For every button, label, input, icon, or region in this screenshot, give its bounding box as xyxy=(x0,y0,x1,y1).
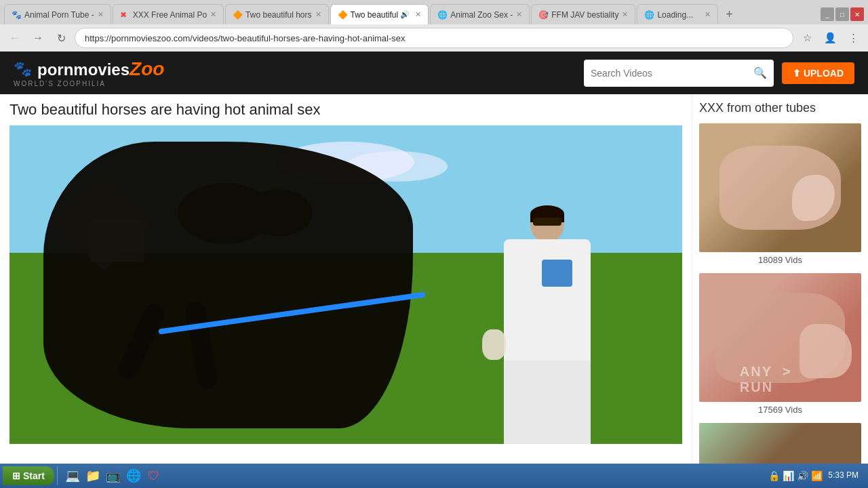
maximize-button[interactable]: □ xyxy=(835,7,849,21)
menu-icon[interactable]: ⋮ xyxy=(844,28,863,47)
tab-label-7: Loading... xyxy=(657,10,693,20)
thumb-content-1 xyxy=(719,146,841,230)
start-button[interactable]: ⊞ Start xyxy=(3,466,54,485)
search-area: 🔍 ⬆ UPLOAD xyxy=(584,60,854,87)
new-tab-button[interactable]: + xyxy=(719,5,738,24)
bookmark-icon[interactable]: ☆ xyxy=(797,28,816,47)
taskbar: ⊞ Start 💻 📁 📺 🌐 🛡 🔒 📊 🔊 📶 5:33 PM xyxy=(0,464,868,488)
close-button[interactable]: ✕ xyxy=(850,7,864,21)
account-icon[interactable]: 👤 xyxy=(821,28,840,47)
vid-count-2: 17569 Vids xyxy=(699,405,861,415)
person-pants xyxy=(504,361,591,444)
tab-sound-icon: 🔊 xyxy=(400,10,410,19)
search-input[interactable] xyxy=(591,68,753,79)
taskbar-quick-launch: 💻 📁 📺 🌐 🛡 xyxy=(63,466,163,485)
site-header: 🐾 pornmoviesZoo WORLD'S ZOOPHILIA 🔍 ⬆ UP… xyxy=(0,52,868,94)
taskbar-sys-tray: 🔒 📊 🔊 📶 5:33 PM xyxy=(764,470,865,481)
person-glasses xyxy=(533,218,561,226)
tab-label-2: XXX Free Animal Po xyxy=(133,10,207,20)
logo-text: pornmoviesZoo xyxy=(37,58,164,80)
sidebar: XXX from other tubes 18089 Vids xyxy=(692,94,868,466)
logo-tagline: WORLD'S ZOOPHILIA xyxy=(14,80,164,87)
forward-button[interactable]: → xyxy=(28,28,47,47)
logo-brand: pornmovies xyxy=(37,60,130,79)
tab-favicon-5: 🌐 xyxy=(437,10,447,20)
tab-close-4[interactable]: ✕ xyxy=(412,10,421,19)
sys-tray-icon-2[interactable]: 📊 xyxy=(783,470,794,481)
shirt-patch xyxy=(542,260,572,287)
tab-favicon-3: 🔶 xyxy=(233,10,242,20)
tab-two-beautiful-active[interactable]: 🔶 Two beautiful 🔊 ✕ xyxy=(330,4,429,24)
window-controls: _ □ ✕ xyxy=(821,7,864,21)
tab-animal-porn[interactable]: 🐾 Animal Porn Tube - ✕ xyxy=(4,4,111,24)
taskbar-clock[interactable]: 5:33 PM xyxy=(825,470,861,481)
tab-favicon-6: 🎯 xyxy=(538,10,548,20)
tab-favicon-2: ✖ xyxy=(120,10,130,20)
person-shirt xyxy=(504,239,591,371)
tab-loading[interactable]: 🌐 Loading... ✕ xyxy=(637,4,718,24)
tab-close-2[interactable]: ✕ xyxy=(207,10,216,19)
logo-accent: Zoo xyxy=(130,58,164,79)
logo-row: 🐾 pornmoviesZoo xyxy=(14,58,164,80)
sidebar-thumb-2[interactable]: ANY > RUN xyxy=(699,273,861,402)
tab-close-1[interactable]: ✕ xyxy=(94,10,104,19)
logo: 🐾 pornmoviesZoo WORLD'S ZOOPHILIA xyxy=(14,58,164,87)
sidebar-title: XXX from other tubes xyxy=(699,101,861,115)
tab-xxx-free[interactable]: ✖ XXX Free Animal Po ✕ xyxy=(113,4,224,24)
tab-ffm-jav[interactable]: 🎯 FFM JAV bestiality ✕ xyxy=(531,4,635,24)
tab-animal-zoo[interactable]: 🌐 Animal Zoo Sex - ✕ xyxy=(430,4,530,24)
anyrun-watermark: ANY > RUN xyxy=(740,364,821,395)
start-windows-icon: ⊞ xyxy=(12,470,20,481)
video-section: Two beautiful horses are having hot anim… xyxy=(0,94,692,466)
main-content: Two beautiful horses are having hot anim… xyxy=(0,94,868,466)
site-wrapper: 🐾 pornmoviesZoo WORLD'S ZOOPHILIA 🔍 ⬆ UP… xyxy=(0,52,868,466)
paw-icon: 🐾 xyxy=(14,60,32,78)
tab-bar: 🐾 Animal Porn Tube - ✕ ✖ XXX Free Animal… xyxy=(0,0,868,24)
start-label: Start xyxy=(23,470,45,481)
tab-label-3: Two beautiful hors xyxy=(245,10,311,20)
tab-two-beautiful-1[interactable]: 🔶 Two beautiful hors ✕ xyxy=(225,4,328,24)
sys-tray-icon-4[interactable]: 📶 xyxy=(811,470,823,481)
sys-tray-icon-1[interactable]: 🔒 xyxy=(768,470,780,481)
person-figure xyxy=(493,205,601,445)
upload-button[interactable]: ⬆ UPLOAD xyxy=(782,62,854,84)
tab-favicon-4: 🔶 xyxy=(338,10,347,20)
tab-label-4: Two beautiful xyxy=(351,10,399,20)
thumb-hand-1 xyxy=(792,175,835,221)
search-button[interactable]: 🔍 xyxy=(753,66,767,79)
browser-window: 🐾 Animal Porn Tube - ✕ ✖ XXX Free Animal… xyxy=(0,0,868,466)
url-text: https://pornmovieszoo.com/videos/two-bea… xyxy=(85,33,406,43)
taskbar-folder-icon[interactable]: 📁 xyxy=(83,466,102,485)
tab-favicon-1: 🐾 xyxy=(12,10,21,20)
tab-label-5: Animal Zoo Sex - xyxy=(450,10,513,20)
tab-label-1: Animal Porn Tube - xyxy=(24,10,94,20)
video-player[interactable] xyxy=(9,125,682,444)
address-icons: ☆ 👤 ⋮ xyxy=(797,28,863,47)
tab-close-7[interactable]: ✕ xyxy=(701,10,711,19)
sidebar-thumb-1[interactable] xyxy=(699,123,861,252)
tab-close-3[interactable]: ✕ xyxy=(312,10,321,19)
refresh-button[interactable]: ↻ xyxy=(52,28,71,47)
taskbar-browser-icon[interactable]: 🌐 xyxy=(124,466,143,485)
search-box: 🔍 xyxy=(584,60,774,87)
tab-label-6: FFM JAV bestiality xyxy=(551,10,618,20)
horse-body xyxy=(43,142,414,428)
taskbar-shield-icon[interactable]: 🛡 xyxy=(144,466,163,485)
url-bar[interactable]: https://pornmovieszoo.com/videos/two-bea… xyxy=(75,28,793,48)
back-button[interactable]: ← xyxy=(5,28,24,47)
minimize-button[interactable]: _ xyxy=(821,7,834,21)
sys-tray-icon-3[interactable]: 🔊 xyxy=(797,470,808,481)
video-title: Two beautiful horses are having hot anim… xyxy=(9,101,682,119)
taskbar-media-icon[interactable]: 📺 xyxy=(104,466,123,485)
vid-count-1: 18089 Vids xyxy=(699,255,861,265)
taskbar-ie-icon[interactable]: 💻 xyxy=(63,466,82,485)
thumb-overlay-1 xyxy=(699,123,861,252)
tab-favicon-7: 🌐 xyxy=(644,10,654,20)
tab-close-5[interactable]: ✕ xyxy=(513,10,522,19)
taskbar-separator xyxy=(57,466,58,485)
person-hand xyxy=(482,329,506,360)
tab-close-6[interactable]: ✕ xyxy=(618,10,628,19)
address-bar: ← → ↻ https://pornmovieszoo.com/videos/t… xyxy=(0,24,868,52)
